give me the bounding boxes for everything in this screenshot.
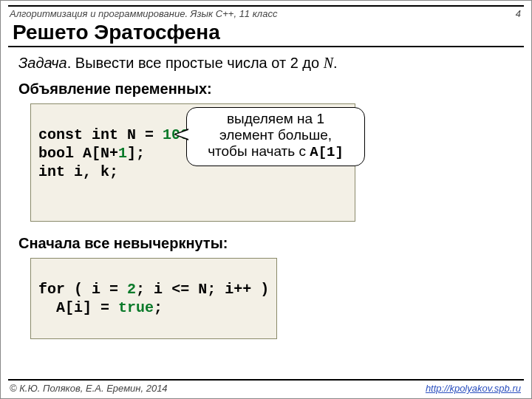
source-url-link[interactable]: http://kpolyakov.spb.ru <box>426 383 521 394</box>
section-declarations: Объявление переменных: <box>18 79 518 99</box>
task-line: Задача. Вывести все простые числа от 2 д… <box>18 53 518 73</box>
var-N: N <box>324 55 333 71</box>
slide-title: Решето Эратосфена <box>1 19 531 44</box>
page-number: 4 <box>516 8 521 19</box>
task-label: Задача <box>18 55 67 71</box>
course-label: Алгоритмизация и программирование. Язык … <box>10 8 277 19</box>
code-block-declarations: const int N = 100; bool A[N+1]; int i, k… <box>30 103 355 222</box>
section-init: Сначала все невычеркнуты: <box>18 233 518 253</box>
code-block-init: for ( i = 2; i <= N; i++ ) A[i] = true; <box>30 258 277 339</box>
callout-pointer-icon <box>174 129 188 140</box>
copyright: © К.Ю. Поляков, Е.А. Еремин, 2014 <box>10 383 168 394</box>
callout-note: выделяем на 1 элемент больше, чтобы нача… <box>186 107 365 166</box>
